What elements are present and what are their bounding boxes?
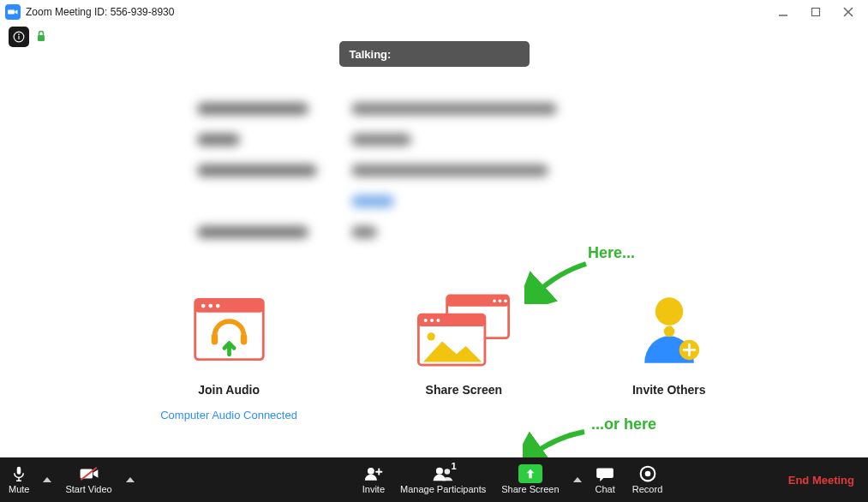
svg-point-19 <box>504 299 507 302</box>
svg-rect-13 <box>211 333 218 344</box>
invite-others-card[interactable]: Invite Others <box>631 287 708 421</box>
svg-rect-14 <box>240 333 247 344</box>
start-video-label: Start Video <box>65 484 111 494</box>
meeting-info-button[interactable] <box>9 27 29 47</box>
participants-count-badge: 1 <box>451 461 456 471</box>
share-screen-button[interactable]: Share Screen <box>493 457 567 502</box>
invite-others-icon <box>631 287 708 373</box>
svg-point-10 <box>201 304 205 308</box>
svg-point-36 <box>368 468 374 475</box>
svg-rect-9 <box>195 299 263 312</box>
action-cards-row: Join Audio Computer Audio Connected Shar… <box>0 287 868 421</box>
svg-point-11 <box>208 304 213 308</box>
invite-others-title: Invite Others <box>631 383 708 397</box>
svg-point-40 <box>445 469 451 475</box>
meeting-toolbar: Mute Start Video Invite 1 Manage Partici… <box>0 457 868 502</box>
share-screen-label: Share Screen <box>501 484 559 494</box>
svg-point-5 <box>18 33 20 35</box>
end-meeting-button[interactable]: End Meeting <box>788 474 868 487</box>
chat-label: Chat <box>596 484 615 494</box>
manage-participants-button[interactable]: 1 Manage Participants <box>393 457 493 502</box>
share-screen-title: Share Screen <box>412 383 515 397</box>
microphone-icon <box>11 465 27 482</box>
invite-label: Invite <box>362 484 385 494</box>
meeting-info-redacted <box>197 103 574 238</box>
maximize-button[interactable] <box>810 6 822 18</box>
mute-label: Mute <box>9 484 29 494</box>
minimize-button[interactable] <box>777 6 789 18</box>
svg-point-26 <box>655 297 683 325</box>
mute-button[interactable]: Mute <box>0 457 38 502</box>
share-options-caret[interactable] <box>568 457 587 502</box>
manage-participants-label: Manage Participants <box>400 484 486 494</box>
svg-point-23 <box>430 318 434 321</box>
share-screen-toolbar-icon <box>518 464 542 483</box>
svg-point-18 <box>499 299 502 302</box>
video-options-caret[interactable] <box>121 457 140 502</box>
svg-point-17 <box>493 299 496 302</box>
svg-point-27 <box>663 326 674 337</box>
share-screen-icon <box>412 287 515 373</box>
svg-rect-21 <box>419 314 486 326</box>
zoom-logo-icon <box>5 4 21 20</box>
close-button[interactable] <box>842 6 854 18</box>
annotation-arrow-2 <box>523 427 591 461</box>
window-controls <box>777 6 863 18</box>
encryption-lock-icon <box>36 30 46 45</box>
svg-point-39 <box>436 468 443 475</box>
svg-rect-34 <box>80 469 92 478</box>
window-titlebar: Zoom Meeting ID: 556-939-8930 <box>0 0 868 24</box>
svg-point-42 <box>644 471 650 477</box>
record-label: Record <box>632 484 662 494</box>
invite-icon <box>364 465 383 482</box>
video-off-icon <box>79 465 99 482</box>
toolbar-left-group: Mute Start Video <box>0 457 140 502</box>
talking-label: Talking: <box>350 48 392 61</box>
mute-options-caret[interactable] <box>38 457 57 502</box>
join-audio-icon <box>160 287 297 373</box>
join-audio-card[interactable]: Join Audio Computer Audio Connected <box>160 287 297 421</box>
talking-indicator: Talking: <box>339 41 530 67</box>
annotation-or-here: ...or here <box>591 415 656 433</box>
svg-point-22 <box>424 318 428 321</box>
share-screen-card[interactable]: Share Screen <box>412 287 515 421</box>
svg-point-24 <box>437 318 440 321</box>
chat-button[interactable]: Chat <box>587 457 624 502</box>
svg-rect-1 <box>812 9 820 16</box>
svg-rect-6 <box>18 36 19 39</box>
annotation-arrow-1 <box>524 257 593 304</box>
annotation-here: Here... <box>588 244 635 262</box>
join-audio-title: Join Audio <box>160 383 297 397</box>
invite-button[interactable]: Invite <box>354 457 393 502</box>
window-title: Zoom Meeting ID: 556-939-8930 <box>26 6 174 18</box>
record-button[interactable]: Record <box>624 457 671 502</box>
svg-point-25 <box>428 332 435 340</box>
svg-point-12 <box>215 304 219 308</box>
svg-rect-7 <box>38 35 45 41</box>
toolbar-center-group: Invite 1 Manage Participants Share Scree… <box>354 457 672 502</box>
svg-rect-31 <box>17 467 21 475</box>
start-video-button[interactable]: Start Video <box>57 457 120 502</box>
join-audio-subtitle: Computer Audio Connected <box>160 409 297 421</box>
record-icon <box>639 465 656 482</box>
chat-icon <box>596 465 614 482</box>
